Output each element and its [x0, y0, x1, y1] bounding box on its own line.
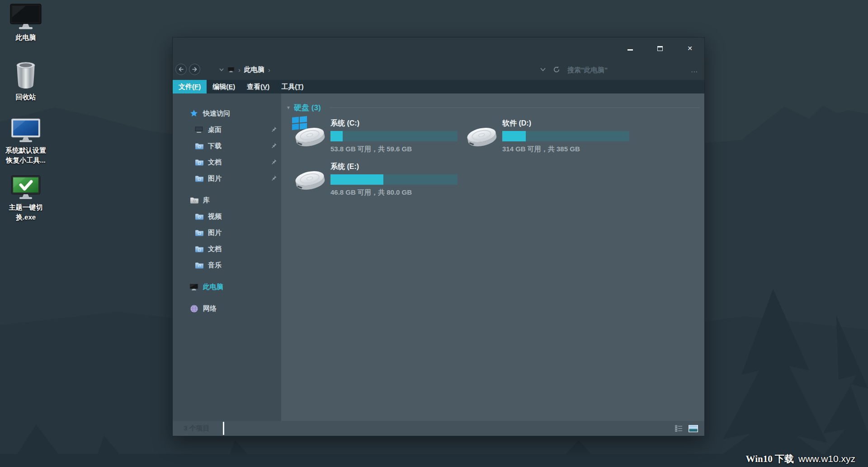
forward-arrow-icon: [191, 66, 198, 73]
folder-icon: [194, 245, 203, 253]
desktop: 此电脑 回收站 系统默认设置 恢复小工具...: [0, 0, 868, 467]
star-icon: [189, 109, 198, 117]
status-bar: 3 个项目: [173, 421, 704, 436]
navigation-bar: › 此电脑 › ...: [173, 59, 704, 80]
sidebar-item-quick-access[interactable]: 快速访问: [173, 105, 281, 121]
watermark: Win10 下载www.w10.xyz: [746, 453, 855, 465]
drive-c[interactable]: 系统 (C:) 53.8 GB 可用，共 59.6 GB: [294, 118, 458, 154]
more-options-button[interactable]: ...: [691, 59, 698, 80]
sidebar-item-desktop[interactable]: 桌面: [173, 121, 281, 138]
library-folder-icon: [189, 196, 198, 204]
file-list-panel: ▾ 硬盘 (3): [281, 93, 704, 421]
menu-file[interactable]: 文件(F): [173, 80, 207, 93]
back-button[interactable]: [175, 64, 187, 75]
breadcrumb: › 此电脑 ›: [219, 59, 270, 80]
folder-icon: [194, 261, 203, 269]
thumbnail-view-button[interactable]: [689, 425, 698, 432]
close-button[interactable]: ✕: [686, 45, 693, 52]
breadcrumb-this-pc[interactable]: 此电脑: [244, 65, 264, 74]
pin-icon: [270, 142, 277, 149]
sidebar-item-downloads[interactable]: 下载: [173, 138, 281, 154]
hard-drive-icon: [466, 118, 497, 148]
folder-icon: [194, 158, 203, 166]
computer-icon: [189, 283, 198, 291]
globe-icon: [189, 304, 198, 313]
back-arrow-icon: [178, 66, 184, 73]
pin-icon: [270, 126, 277, 133]
computer-icon[interactable]: [227, 66, 235, 73]
desktop-icon-this-pc[interactable]: 此电脑: [1, 4, 51, 42]
search-input[interactable]: [567, 66, 680, 74]
group-divider: [330, 107, 700, 108]
menu-view[interactable]: 查看(V): [241, 80, 275, 93]
menu-tools[interactable]: 工具(T): [275, 80, 309, 93]
item-count: 3 个项目: [184, 424, 210, 433]
group-header-hard-disks[interactable]: ▾ 硬盘 (3): [287, 103, 700, 113]
menu-edit[interactable]: 编辑(E): [207, 80, 241, 93]
folder-icon: [194, 229, 203, 237]
forward-button[interactable]: [189, 64, 200, 75]
desktop-icon-theme-switcher[interactable]: 主题一键切 换.exe: [1, 175, 51, 222]
details-view-button[interactable]: [675, 425, 683, 432]
recycle-bin-icon: [1, 61, 51, 89]
hard-drive-icon: [294, 161, 325, 191]
breadcrumb-separator-icon[interactable]: ›: [238, 66, 241, 74]
sidebar-item-pictures[interactable]: 图片: [173, 170, 281, 187]
sidebar-item-pictures-lib[interactable]: 图片: [173, 224, 281, 241]
search-dropdown-icon[interactable]: [540, 68, 546, 71]
refresh-icon[interactable]: [553, 66, 560, 73]
desktop-icon-recycle-bin[interactable]: 回收站: [1, 61, 51, 102]
windows-logo-icon: [292, 116, 308, 133]
folder-icon: [194, 212, 203, 220]
pin-icon: [270, 159, 277, 165]
sidebar-item-documents[interactable]: 文档: [173, 154, 281, 170]
sidebar-item-this-pc[interactable]: 此电脑: [173, 279, 281, 295]
minimize-button[interactable]: [627, 45, 634, 52]
drive-d[interactable]: 软件 (D:) 314 GB 可用，共 385 GB: [466, 118, 629, 154]
desktop-folder-icon: [194, 126, 203, 134]
this-pc-icon: [1, 4, 51, 30]
menu-bar: 文件(F) 编辑(E) 查看(V) 工具(T): [173, 80, 704, 93]
green-check-monitor-icon: [1, 175, 51, 200]
minimize-icon: [627, 49, 633, 51]
folder-icon: [194, 142, 203, 150]
folder-icon: [194, 174, 203, 182]
sidebar-item-network[interactable]: 网络: [173, 300, 281, 317]
hard-drive-icon: [294, 118, 325, 148]
drive-e[interactable]: 系统 (E:) 46.8 GB 可用，共 80.0 GB: [294, 161, 458, 197]
explorer-window[interactable]: ✕: [172, 37, 705, 436]
pin-icon: [270, 175, 277, 182]
collapse-chevron-icon[interactable]: ▾: [287, 104, 290, 111]
search-area: [540, 59, 680, 80]
titlebar[interactable]: ✕: [173, 37, 704, 59]
chevron-down-icon[interactable]: [219, 68, 224, 71]
breadcrumb-separator-icon[interactable]: ›: [268, 66, 270, 74]
capacity-bar: [502, 131, 629, 141]
capacity-bar: [330, 131, 458, 141]
maximize-button[interactable]: [656, 45, 664, 52]
maximize-icon: [657, 46, 663, 51]
close-icon: ✕: [687, 45, 693, 51]
sidebar-item-documents-lib[interactable]: 文档: [173, 241, 281, 257]
sidebar-item-videos[interactable]: 视频: [173, 208, 281, 224]
desktop-icon-system-restore-tool[interactable]: 系统默认设置 恢复小工具...: [1, 118, 51, 165]
sidebar: 快速访问 桌面: [173, 93, 281, 421]
capacity-bar: [330, 174, 458, 185]
sidebar-item-music[interactable]: 音乐: [173, 257, 281, 273]
sidebar-item-libraries[interactable]: 库: [173, 192, 281, 208]
text-caret: [223, 422, 224, 435]
blue-monitor-icon: [1, 118, 51, 143]
